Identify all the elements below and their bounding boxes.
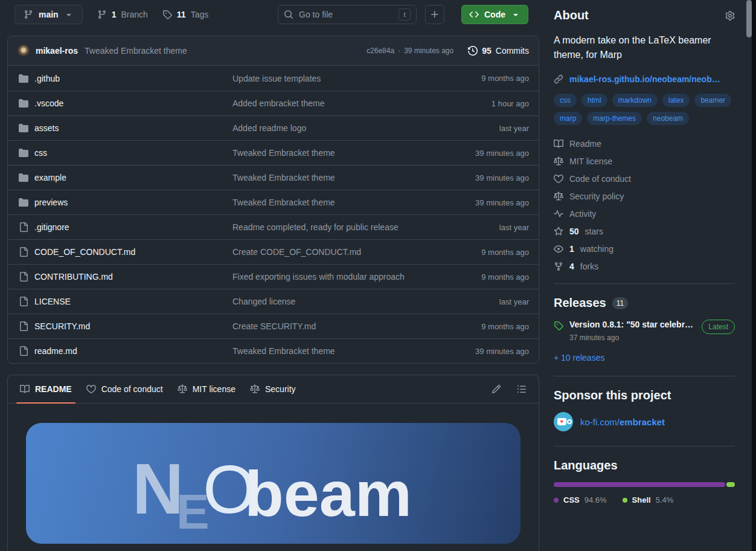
commit-meta: c26e84a · 39 minutes ago 95 Commits	[367, 46, 529, 56]
scrollbar-thumb[interactable]	[746, 0, 752, 37]
topic-pill[interactable]: markdown	[612, 94, 658, 107]
tags-link[interactable]: 11 Tags	[162, 10, 208, 19]
release-title[interactable]: Version 0.8.1: "50 star celebr…	[569, 320, 696, 329]
shell-language-item[interactable]: Shell 5.4%	[623, 495, 674, 504]
css-bar-segment	[554, 482, 725, 487]
topic-pill[interactable]: neobeam	[647, 112, 689, 125]
code-button[interactable]: Code	[461, 5, 528, 24]
go-to-file-input[interactable]: Go to file t	[278, 5, 417, 24]
branches-link[interactable]: 1 Branch	[97, 10, 148, 19]
activity-link[interactable]: Activity	[554, 205, 735, 222]
file-commit-message[interactable]: Tweaked Embracket theme	[232, 346, 426, 356]
latest-release-item[interactable]: Version 0.8.1: "50 star celebr… 37 minut…	[554, 320, 735, 342]
file-commit-message[interactable]: Create SECURITY.md	[232, 321, 426, 331]
file-icon	[19, 222, 28, 232]
file-name-link[interactable]: CODE_OF_CONDUCT.md	[34, 247, 232, 257]
code-of-conduct-link[interactable]: Code of conduct	[554, 170, 735, 187]
search-icon	[284, 10, 293, 19]
tab-mit-license[interactable]: MIT license	[170, 375, 243, 403]
table-row[interactable]: example Tweaked Embracket theme 39 minut…	[8, 165, 539, 190]
kofi-sponsor-row[interactable]: ♥ ko-fi.com/embracket	[554, 412, 735, 431]
file-name-link[interactable]: CONTRIBUTING.md	[34, 272, 232, 282]
file-commit-message[interactable]: Tweaked Embracket theme	[232, 173, 426, 182]
file-list-card: mikael-ros Tweaked Embracket theme c26e8…	[7, 36, 539, 364]
kofi-link-prefix: ko-fi.com/	[580, 417, 620, 427]
add-file-button[interactable]	[425, 5, 444, 24]
releases-header[interactable]: Releases 11	[554, 296, 735, 310]
forks-link[interactable]: 4 forks	[554, 257, 735, 275]
law-icon	[554, 192, 563, 201]
file-name-link[interactable]: .github	[34, 74, 232, 83]
topic-pill[interactable]: beamer	[694, 94, 731, 107]
table-row[interactable]: CODE_OF_CONDUCT.md Create CODE_OF_CONDUC…	[8, 239, 539, 264]
about-title: About	[554, 8, 589, 22]
table-row[interactable]: readme.md Tweaked Embracket theme 39 min…	[8, 338, 539, 363]
tab-code-of-conduct[interactable]: Code of conduct	[79, 375, 170, 403]
table-row[interactable]: .github Update issue templates 9 months …	[8, 66, 539, 91]
table-row[interactable]: assets Added readme logo last year	[8, 115, 539, 140]
file-commit-message[interactable]: Tweaked Embracket theme	[232, 198, 426, 207]
chevron-down-icon	[511, 10, 521, 19]
file-commit-date: 39 minutes ago	[426, 347, 529, 356]
scrollbar-track[interactable]	[752, 0, 756, 551]
sponsor-section: Sponsor this project ♥ ko-fi.com/embrack…	[554, 376, 735, 446]
topic-pill[interactable]: css	[554, 94, 577, 107]
file-commit-message[interactable]: Changed license	[232, 297, 426, 306]
watching-link[interactable]: 1 watching	[554, 240, 735, 257]
security-policy-link[interactable]: Security policy	[554, 187, 735, 205]
kofi-link[interactable]: ko-fi.com/embracket	[580, 417, 665, 427]
file-commit-message[interactable]: Readme completed, ready for public relea…	[232, 222, 426, 232]
more-releases-link[interactable]: + 10 releases	[554, 353, 604, 362]
file-commit-message[interactable]: Added embracket theme	[232, 98, 426, 108]
css-language-item[interactable]: CSS 94.6%	[554, 495, 607, 504]
pulse-icon	[554, 209, 563, 219]
file-commit-message[interactable]: Update issue templates	[232, 74, 426, 83]
file-name-link[interactable]: example	[34, 173, 232, 182]
commit-sha-link[interactable]: c26e84a	[367, 47, 394, 55]
table-row[interactable]: SECURITY.md Create SECURITY.md 9 months …	[8, 314, 539, 338]
file-name-link[interactable]: .gitignore	[34, 222, 232, 232]
commit-history-link[interactable]: 95 Commits	[468, 46, 529, 56]
stars-link[interactable]: 50 stars	[554, 222, 735, 240]
table-row[interactable]: previews Tweaked Embracket theme 39 minu…	[8, 190, 539, 214]
topic-pill[interactable]: latex	[662, 94, 690, 107]
file-commit-message[interactable]: Tweaked Embracket theme	[232, 148, 426, 158]
commit-message-link[interactable]: Tweaked Embracket theme	[85, 46, 187, 56]
table-row[interactable]: css Tweaked Embracket theme 39 minutes a…	[8, 140, 539, 165]
tab-security[interactable]: Security	[243, 375, 303, 403]
tab-readme[interactable]: README	[13, 375, 79, 403]
file-commit-date: 39 minutes ago	[426, 149, 529, 158]
topic-pill[interactable]: html	[581, 94, 607, 107]
file-name-link[interactable]: previews	[34, 198, 232, 207]
table-row[interactable]: .gitignore Readme completed, ready for p…	[8, 214, 539, 239]
about-header: About	[554, 8, 735, 22]
readme-link[interactable]: Readme	[554, 135, 735, 152]
topic-pill[interactable]: marp-themes	[587, 112, 642, 125]
file-commit-date: last year	[426, 124, 529, 133]
avatar[interactable]	[18, 45, 30, 57]
link-icon	[554, 74, 563, 84]
tab-label: README	[35, 384, 72, 394]
file-commit-message[interactable]: Added readme logo	[232, 123, 426, 133]
file-commit-message[interactable]: Fixed exporting issues with modular appr…	[232, 272, 426, 282]
table-row[interactable]: LICENSE Changed license last year	[8, 289, 539, 314]
file-commit-message[interactable]: Create CODE_OF_CONDUCT.md	[232, 247, 426, 257]
file-name-link[interactable]: LICENSE	[34, 297, 232, 306]
license-link[interactable]: MIT license	[554, 152, 735, 170]
outline-list-icon[interactable]	[517, 384, 527, 394]
topic-pill[interactable]: marp	[554, 112, 582, 125]
branch-selector[interactable]: main	[14, 5, 83, 24]
commit-author-link[interactable]: mikael-ros	[36, 46, 78, 56]
pencil-icon[interactable]	[492, 384, 501, 394]
file-name-link[interactable]: SECURITY.md	[34, 321, 232, 331]
table-row[interactable]: .vscode Added embracket theme 1 hour ago	[8, 91, 539, 115]
shell-color-dot	[623, 498, 627, 503]
website-link[interactable]: mikael-ros.github.io/neobeam/neob…	[569, 74, 720, 84]
table-row[interactable]: CONTRIBUTING.md Fixed exporting issues w…	[8, 264, 539, 289]
file-name-link[interactable]: readme.md	[34, 346, 232, 356]
gear-icon[interactable]	[725, 11, 735, 21]
file-name-link[interactable]: css	[34, 148, 232, 158]
file-name-link[interactable]: assets	[34, 123, 232, 133]
git-branch-icon	[97, 10, 107, 19]
file-name-link[interactable]: .vscode	[34, 98, 232, 108]
